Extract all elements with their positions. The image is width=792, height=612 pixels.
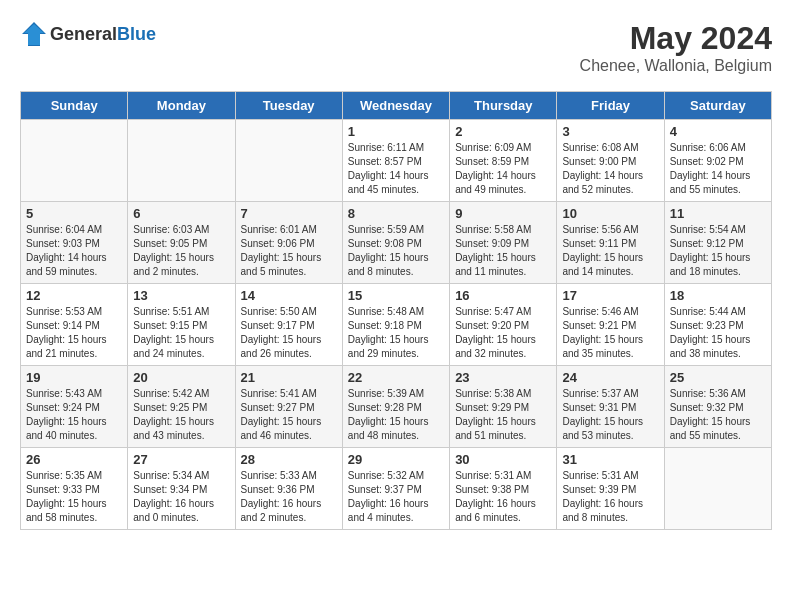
- logo-icon: [20, 20, 48, 48]
- day-number: 23: [455, 370, 551, 385]
- day-info: Sunrise: 5:47 AM Sunset: 9:20 PM Dayligh…: [455, 305, 551, 361]
- weekday-header-sunday: Sunday: [21, 92, 128, 120]
- day-info: Sunrise: 6:03 AM Sunset: 9:05 PM Dayligh…: [133, 223, 229, 279]
- calendar-cell: 1Sunrise: 6:11 AM Sunset: 8:57 PM Daylig…: [342, 120, 449, 202]
- day-info: Sunrise: 5:39 AM Sunset: 9:28 PM Dayligh…: [348, 387, 444, 443]
- calendar-cell: 27Sunrise: 5:34 AM Sunset: 9:34 PM Dayli…: [128, 448, 235, 530]
- day-number: 24: [562, 370, 658, 385]
- calendar-cell: 23Sunrise: 5:38 AM Sunset: 9:29 PM Dayli…: [450, 366, 557, 448]
- day-number: 7: [241, 206, 337, 221]
- day-info: Sunrise: 5:41 AM Sunset: 9:27 PM Dayligh…: [241, 387, 337, 443]
- calendar-cell: 11Sunrise: 5:54 AM Sunset: 9:12 PM Dayli…: [664, 202, 771, 284]
- day-info: Sunrise: 5:35 AM Sunset: 9:33 PM Dayligh…: [26, 469, 122, 525]
- day-info: Sunrise: 5:38 AM Sunset: 9:29 PM Dayligh…: [455, 387, 551, 443]
- day-info: Sunrise: 6:09 AM Sunset: 8:59 PM Dayligh…: [455, 141, 551, 197]
- day-number: 20: [133, 370, 229, 385]
- calendar-cell: 31Sunrise: 5:31 AM Sunset: 9:39 PM Dayli…: [557, 448, 664, 530]
- calendar-cell: [664, 448, 771, 530]
- day-number: 26: [26, 452, 122, 467]
- day-info: Sunrise: 5:54 AM Sunset: 9:12 PM Dayligh…: [670, 223, 766, 279]
- day-info: Sunrise: 5:31 AM Sunset: 9:39 PM Dayligh…: [562, 469, 658, 525]
- calendar-cell: 5Sunrise: 6:04 AM Sunset: 9:03 PM Daylig…: [21, 202, 128, 284]
- week-row-3: 12Sunrise: 5:53 AM Sunset: 9:14 PM Dayli…: [21, 284, 772, 366]
- calendar-cell: 18Sunrise: 5:44 AM Sunset: 9:23 PM Dayli…: [664, 284, 771, 366]
- day-number: 8: [348, 206, 444, 221]
- weekday-header-monday: Monday: [128, 92, 235, 120]
- calendar-cell: 29Sunrise: 5:32 AM Sunset: 9:37 PM Dayli…: [342, 448, 449, 530]
- calendar-cell: 20Sunrise: 5:42 AM Sunset: 9:25 PM Dayli…: [128, 366, 235, 448]
- calendar-cell: [128, 120, 235, 202]
- day-info: Sunrise: 6:04 AM Sunset: 9:03 PM Dayligh…: [26, 223, 122, 279]
- svg-marker-1: [24, 24, 44, 45]
- day-info: Sunrise: 6:11 AM Sunset: 8:57 PM Dayligh…: [348, 141, 444, 197]
- calendar-body: 1Sunrise: 6:11 AM Sunset: 8:57 PM Daylig…: [21, 120, 772, 530]
- calendar-cell: 19Sunrise: 5:43 AM Sunset: 9:24 PM Dayli…: [21, 366, 128, 448]
- day-number: 29: [348, 452, 444, 467]
- day-info: Sunrise: 5:34 AM Sunset: 9:34 PM Dayligh…: [133, 469, 229, 525]
- day-number: 14: [241, 288, 337, 303]
- calendar-cell: 6Sunrise: 6:03 AM Sunset: 9:05 PM Daylig…: [128, 202, 235, 284]
- calendar-cell: 13Sunrise: 5:51 AM Sunset: 9:15 PM Dayli…: [128, 284, 235, 366]
- day-info: Sunrise: 5:53 AM Sunset: 9:14 PM Dayligh…: [26, 305, 122, 361]
- day-info: Sunrise: 5:31 AM Sunset: 9:38 PM Dayligh…: [455, 469, 551, 525]
- day-info: Sunrise: 5:56 AM Sunset: 9:11 PM Dayligh…: [562, 223, 658, 279]
- weekday-header-friday: Friday: [557, 92, 664, 120]
- logo: GeneralBlue: [20, 20, 156, 48]
- location-subtitle: Chenee, Wallonia, Belgium: [580, 57, 772, 75]
- day-info: Sunrise: 5:59 AM Sunset: 9:08 PM Dayligh…: [348, 223, 444, 279]
- day-info: Sunrise: 5:58 AM Sunset: 9:09 PM Dayligh…: [455, 223, 551, 279]
- day-number: 21: [241, 370, 337, 385]
- day-number: 3: [562, 124, 658, 139]
- day-number: 10: [562, 206, 658, 221]
- day-number: 5: [26, 206, 122, 221]
- calendar-cell: 21Sunrise: 5:41 AM Sunset: 9:27 PM Dayli…: [235, 366, 342, 448]
- day-number: 13: [133, 288, 229, 303]
- calendar-cell: 7Sunrise: 6:01 AM Sunset: 9:06 PM Daylig…: [235, 202, 342, 284]
- calendar-cell: 3Sunrise: 6:08 AM Sunset: 9:00 PM Daylig…: [557, 120, 664, 202]
- week-row-4: 19Sunrise: 5:43 AM Sunset: 9:24 PM Dayli…: [21, 366, 772, 448]
- calendar-cell: 10Sunrise: 5:56 AM Sunset: 9:11 PM Dayli…: [557, 202, 664, 284]
- day-number: 11: [670, 206, 766, 221]
- day-info: Sunrise: 5:32 AM Sunset: 9:37 PM Dayligh…: [348, 469, 444, 525]
- calendar-cell: 12Sunrise: 5:53 AM Sunset: 9:14 PM Dayli…: [21, 284, 128, 366]
- day-info: Sunrise: 5:51 AM Sunset: 9:15 PM Dayligh…: [133, 305, 229, 361]
- day-number: 6: [133, 206, 229, 221]
- day-info: Sunrise: 5:42 AM Sunset: 9:25 PM Dayligh…: [133, 387, 229, 443]
- day-number: 22: [348, 370, 444, 385]
- day-number: 28: [241, 452, 337, 467]
- week-row-5: 26Sunrise: 5:35 AM Sunset: 9:33 PM Dayli…: [21, 448, 772, 530]
- calendar-cell: 16Sunrise: 5:47 AM Sunset: 9:20 PM Dayli…: [450, 284, 557, 366]
- calendar-cell: [235, 120, 342, 202]
- weekday-header-saturday: Saturday: [664, 92, 771, 120]
- day-number: 12: [26, 288, 122, 303]
- calendar-cell: 14Sunrise: 5:50 AM Sunset: 9:17 PM Dayli…: [235, 284, 342, 366]
- calendar-cell: 28Sunrise: 5:33 AM Sunset: 9:36 PM Dayli…: [235, 448, 342, 530]
- calendar-cell: 25Sunrise: 5:36 AM Sunset: 9:32 PM Dayli…: [664, 366, 771, 448]
- day-number: 16: [455, 288, 551, 303]
- logo-blue: Blue: [117, 24, 156, 44]
- day-number: 30: [455, 452, 551, 467]
- day-number: 25: [670, 370, 766, 385]
- calendar-header: SundayMondayTuesdayWednesdayThursdayFrid…: [21, 92, 772, 120]
- calendar-cell: 26Sunrise: 5:35 AM Sunset: 9:33 PM Dayli…: [21, 448, 128, 530]
- day-info: Sunrise: 5:36 AM Sunset: 9:32 PM Dayligh…: [670, 387, 766, 443]
- day-number: 18: [670, 288, 766, 303]
- calendar-cell: [21, 120, 128, 202]
- weekday-header-thursday: Thursday: [450, 92, 557, 120]
- page-header: GeneralBlue May 2024 Chenee, Wallonia, B…: [20, 20, 772, 75]
- weekday-header-tuesday: Tuesday: [235, 92, 342, 120]
- week-row-2: 5Sunrise: 6:04 AM Sunset: 9:03 PM Daylig…: [21, 202, 772, 284]
- logo-general: General: [50, 24, 117, 44]
- day-info: Sunrise: 6:01 AM Sunset: 9:06 PM Dayligh…: [241, 223, 337, 279]
- weekday-header-row: SundayMondayTuesdayWednesdayThursdayFrid…: [21, 92, 772, 120]
- day-number: 15: [348, 288, 444, 303]
- day-info: Sunrise: 5:33 AM Sunset: 9:36 PM Dayligh…: [241, 469, 337, 525]
- day-number: 9: [455, 206, 551, 221]
- day-info: Sunrise: 5:48 AM Sunset: 9:18 PM Dayligh…: [348, 305, 444, 361]
- day-info: Sunrise: 5:44 AM Sunset: 9:23 PM Dayligh…: [670, 305, 766, 361]
- day-info: Sunrise: 6:06 AM Sunset: 9:02 PM Dayligh…: [670, 141, 766, 197]
- day-info: Sunrise: 6:08 AM Sunset: 9:00 PM Dayligh…: [562, 141, 658, 197]
- day-number: 19: [26, 370, 122, 385]
- day-number: 27: [133, 452, 229, 467]
- calendar-cell: 2Sunrise: 6:09 AM Sunset: 8:59 PM Daylig…: [450, 120, 557, 202]
